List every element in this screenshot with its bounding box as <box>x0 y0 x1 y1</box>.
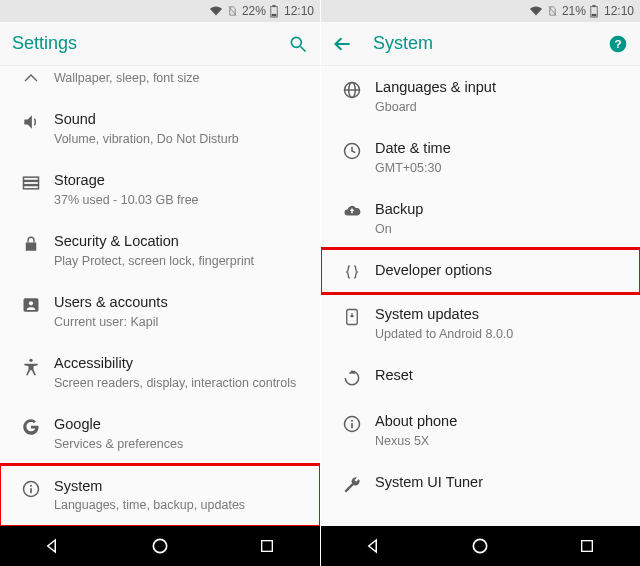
list-row-security-location[interactable]: Security & LocationPlay Protect, screen … <box>0 220 320 281</box>
battery-percent: 21% <box>562 4 586 18</box>
list-row-date-time[interactable]: Date & timeGMT+05:30 <box>321 127 640 188</box>
svg-point-32 <box>474 539 487 552</box>
help-icon[interactable]: ? <box>608 34 628 54</box>
svg-rect-7 <box>24 186 39 189</box>
row-title: Languages & input <box>375 78 626 97</box>
list-row-users-accounts[interactable]: Users & accountsCurrent user: Kapil <box>0 281 320 342</box>
accessibility-icon <box>14 354 48 378</box>
list-row-wallpaper-sleep-font-size[interactable]: Wallpaper, sleep, font size <box>0 66 320 98</box>
svg-point-30 <box>351 420 353 422</box>
cloud-icon <box>335 200 369 220</box>
system-list: Languages & inputGboardDate & timeGMT+05… <box>321 66 640 526</box>
app-bar: System ? <box>321 22 640 66</box>
list-row-reset[interactable]: Reset <box>321 354 640 400</box>
battery-percent: 22% <box>242 4 266 18</box>
row-title: Backup <box>375 200 626 219</box>
back-icon[interactable] <box>333 34 353 54</box>
svg-rect-5 <box>24 177 39 180</box>
clock-icon <box>335 139 369 161</box>
row-title: Developer options <box>375 261 626 280</box>
sysupdate-icon <box>335 305 369 327</box>
list-row-about-phone[interactable]: About phoneNexus 5X <box>321 400 640 461</box>
app-bar: Settings <box>0 22 320 66</box>
row-subtitle: Wallpaper, sleep, font size <box>54 70 306 86</box>
row-subtitle: Nexus 5X <box>375 433 626 449</box>
row-subtitle: Updated to Android 8.0.0 <box>375 326 626 342</box>
wifi-icon <box>529 5 543 17</box>
row-title: Reset <box>375 366 626 385</box>
page-title: System <box>373 33 608 54</box>
svg-rect-18 <box>261 541 272 552</box>
row-title: Users & accounts <box>54 293 306 312</box>
row-subtitle: GMT+05:30 <box>375 160 626 176</box>
clock-text: 12:10 <box>604 4 634 18</box>
row-subtitle: On <box>375 221 626 237</box>
list-row-backup[interactable]: BackupOn <box>321 188 640 249</box>
clock-text: 12:10 <box>284 4 314 18</box>
svg-text:?: ? <box>614 37 621 50</box>
svg-line-4 <box>301 46 306 51</box>
nav-back-icon[interactable] <box>33 526 73 566</box>
row-subtitle: Current user: Kapil <box>54 314 306 330</box>
svg-rect-8 <box>26 243 37 251</box>
wifi-icon <box>209 5 223 17</box>
list-row-system-updates[interactable]: System updatesUpdated to Android 8.0.0 <box>321 293 640 354</box>
row-subtitle: Volume, vibration, Do Not Disturb <box>54 131 306 147</box>
nav-home-icon[interactable] <box>460 526 500 566</box>
phone-left: 22% 12:10 Settings Wallpaper, sleep, fon… <box>0 0 320 566</box>
row-subtitle: Languages, time, backup, updates <box>54 497 306 513</box>
row-subtitle: 37% used - 10.03 GB free <box>54 192 306 208</box>
row-title: Storage <box>54 171 306 190</box>
lock-icon <box>14 232 48 254</box>
nav-recent-icon[interactable] <box>567 526 607 566</box>
row-title: Security & Location <box>54 232 306 251</box>
svg-rect-20 <box>592 5 595 7</box>
wrench-icon <box>335 473 369 495</box>
row-title: System <box>54 477 306 496</box>
svg-point-11 <box>29 359 32 362</box>
svg-rect-6 <box>24 181 39 184</box>
search-icon[interactable] <box>288 34 308 54</box>
svg-rect-14 <box>30 488 32 493</box>
phone-right: 21% 12:10 System ? Languages & inputGboa… <box>320 0 640 566</box>
nav-bar <box>321 526 640 566</box>
list-row-system[interactable]: SystemLanguages, time, backup, updates <box>0 465 320 526</box>
nav-home-icon[interactable] <box>140 526 180 566</box>
list-row-developer-options[interactable]: Developer options <box>321 249 640 293</box>
info-icon <box>335 412 369 434</box>
google-icon <box>14 415 48 437</box>
row-subtitle: Play Protect, screen lock, fingerprint <box>54 253 306 269</box>
storage-icon <box>14 171 48 193</box>
nav-back-icon[interactable] <box>354 526 394 566</box>
list-row-accessibility[interactable]: AccessibilityScreen readers, display, in… <box>0 342 320 403</box>
reset-icon <box>335 366 369 388</box>
row-subtitle: Gboard <box>375 99 626 115</box>
svg-point-10 <box>29 302 33 306</box>
row-subtitle: Screen readers, display, interaction con… <box>54 375 306 391</box>
globe-icon <box>335 78 369 100</box>
list-row-system-ui-tuner[interactable]: System UI Tuner <box>321 461 640 507</box>
row-subtitle: Services & preferences <box>54 436 306 452</box>
page-title: Settings <box>12 33 288 54</box>
list-row-storage[interactable]: Storage37% used - 10.03 GB free <box>0 159 320 220</box>
row-title: Date & time <box>375 139 626 158</box>
info-icon <box>14 477 48 499</box>
row-title: System updates <box>375 305 626 324</box>
list-row-google[interactable]: GoogleServices & preferences <box>0 403 320 464</box>
battery-icon <box>590 5 598 18</box>
row-title: Sound <box>54 110 306 129</box>
svg-rect-21 <box>592 13 597 15</box>
no-sim-icon <box>227 5 238 17</box>
list-row-languages-input[interactable]: Languages & inputGboard <box>321 66 640 127</box>
list-row-sound[interactable]: SoundVolume, vibration, Do Not Disturb <box>0 98 320 159</box>
users-icon <box>14 293 48 315</box>
svg-rect-31 <box>351 424 353 429</box>
status-bar: 22% 12:10 <box>0 0 320 22</box>
sound-icon <box>14 110 48 132</box>
row-title: Google <box>54 415 306 434</box>
braces-icon <box>335 261 369 281</box>
battery-icon <box>270 5 278 18</box>
svg-rect-1 <box>272 5 275 7</box>
nav-recent-icon[interactable] <box>247 526 287 566</box>
display-icon <box>14 70 48 90</box>
